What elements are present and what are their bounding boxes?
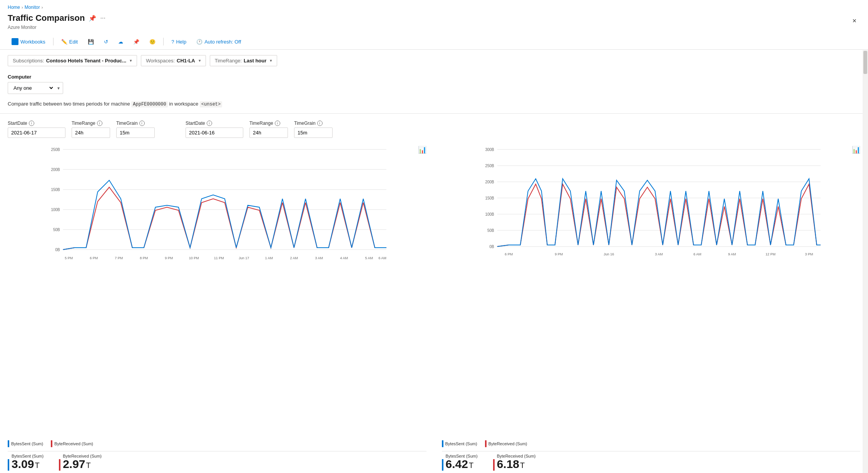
help-label: Help [176,39,186,45]
save-button[interactable]: 💾 [84,37,98,47]
deploy-button[interactable]: ☁ [114,37,127,47]
svg-text:3 PM: 3 PM [805,252,813,256]
refresh-icon: ↺ [104,39,108,45]
svg-text:250B: 250B [485,164,494,168]
right-sent-stat: BytesSent (Sum) 6.42 T [442,454,478,471]
left-sent-stat-bar [8,459,9,471]
svg-text:6 PM: 6 PM [90,256,98,260]
right-legend-received: ByteReceived (Sum) [485,440,527,447]
scrollbar-thumb[interactable] [863,51,867,74]
toolbar: Workbooks ✏️ Edit 💾 ↺ ☁ 📌 🙂 ? Help 🕐 Aut [0,34,868,50]
right-start-date-input[interactable] [186,127,243,138]
feedback-button[interactable]: 🙂 [146,37,159,47]
breadcrumb-sep-2: › [42,5,43,10]
deploy-icon: ☁ [118,39,123,45]
right-time-range-label: TimeRange i [249,121,288,126]
right-time-grain-label: TimeGrain i [294,121,333,126]
left-sent-stat-unit: T [35,461,39,470]
svg-text:9 PM: 9 PM [555,252,563,256]
edit-label: Edit [69,39,78,45]
right-chart-container: 📊 300B 250B 200B 150B 1 [442,146,861,473]
page-title: Traffic Comparison [8,13,85,23]
left-time-range-label: TimeRange i [72,121,110,126]
svg-text:5 PM: 5 PM [65,256,73,260]
left-received-stat-unit: T [86,461,91,470]
save-icon: 💾 [88,39,94,45]
svg-text:3 AM: 3 AM [315,256,323,260]
help-button[interactable]: ? Help [167,37,190,47]
breadcrumb-home[interactable]: Home [8,5,20,10]
compare-text: Compare traffic between two times period… [0,98,868,110]
subscription-filter[interactable]: Subscriptions: Contoso Hotels Tenant - P… [8,55,137,66]
left-time-grain-label: TimeGrain i [116,121,155,126]
svg-text:7 PM: 7 PM [115,256,123,260]
workbooks-button[interactable]: Workbooks [8,36,49,47]
workspace-value: <unset> [200,101,222,107]
right-time-range-input[interactable] [249,127,288,138]
filters-row: Subscriptions: Contoso Hotels Tenant - P… [0,50,868,70]
svg-text:150B: 150B [485,196,494,200]
svg-text:50B: 50B [53,228,60,232]
left-chart-legend: BytesSent (Sum) ByteReceived (Sum) [8,438,426,450]
left-time-grain-input[interactable] [116,127,155,138]
left-time-range-info-icon[interactable]: i [97,121,102,126]
timerange-value: Last hour [244,58,266,64]
right-time-grain-input[interactable] [294,127,333,138]
svg-text:1 AM: 1 AM [265,256,273,260]
svg-text:300B: 300B [485,148,494,152]
subscription-chevron-icon: ▾ [130,58,132,63]
svg-text:100B: 100B [485,212,494,216]
left-received-legend-bar [51,440,52,447]
scrollbar[interactable] [863,50,868,473]
svg-text:0B: 0B [55,248,60,252]
timerange-label: TimeRange: [215,58,242,64]
left-sent-stat: BytesSent (Sum) 3.09 T [8,454,43,471]
right-time-range-field: TimeRange i [249,121,288,138]
svg-text:9 PM: 9 PM [165,256,173,260]
right-received-stat-bar [493,459,495,471]
left-start-date-info-icon[interactable]: i [29,121,34,126]
right-received-stat-value: 6.18 [497,458,519,470]
right-time-grain-info-icon[interactable]: i [317,121,323,126]
svg-text:200B: 200B [485,180,494,184]
left-sent-legend-bar [8,440,9,447]
close-button[interactable]: × [852,17,856,25]
breadcrumb-sep-1: › [22,5,23,10]
help-circle-icon: ? [171,39,174,45]
right-start-date-info-icon[interactable]: i [207,121,212,126]
toolbar-separator-1 [53,38,54,45]
timerange-filter[interactable]: TimeRange: Last hour ▾ [210,55,278,66]
left-time-range-input[interactable] [72,127,110,138]
computer-select[interactable]: Any one [8,82,54,94]
svg-text:5 AM: 5 AM [365,256,373,260]
auto-refresh-button[interactable]: 🕐 Auto refresh: Off [192,37,245,47]
left-start-date-input[interactable] [8,127,65,138]
more-options-icon[interactable]: ··· [100,15,105,22]
workspace-chevron-icon: ▾ [199,58,201,63]
feedback-icon: 🙂 [149,39,156,45]
right-time-grain-field: TimeGrain i [294,121,333,138]
subscription-label: Subscriptions: [13,58,44,64]
right-received-stat-unit: T [520,461,525,470]
left-legend-received: ByteReceived (Sum) [51,440,93,447]
svg-text:8 PM: 8 PM [140,256,148,260]
workspace-value: CH1-LA [177,58,195,64]
pin-title-icon[interactable]: 📌 [89,15,96,22]
svg-text:4 AM: 4 AM [340,256,348,260]
right-time-range-info-icon[interactable]: i [275,121,280,126]
svg-text:3 AM: 3 AM [655,252,663,256]
toolbar-pin-button[interactable]: 📌 [129,37,143,47]
refresh-button[interactable]: ↺ [100,37,112,47]
timerange-chevron-icon: ▾ [270,58,272,63]
workspace-filter[interactable]: Workspaces: CH1-LA ▾ [141,55,206,66]
right-sent-stat-bar [442,459,443,471]
svg-text:12 PM: 12 PM [765,252,775,256]
left-chart-stats: BytesSent (Sum) 3.09 T ByteReceived (Sum… [8,451,426,473]
left-time-grain-info-icon[interactable]: i [139,121,145,126]
breadcrumb-monitor[interactable]: Monitor [25,5,40,10]
left-time-grain-field: TimeGrain i [116,121,155,138]
edit-button[interactable]: ✏️ Edit [57,37,82,47]
svg-text:200B: 200B [51,168,60,172]
auto-refresh-label: Auto refresh: Off [204,39,241,45]
workbooks-label: Workbooks [20,39,45,45]
